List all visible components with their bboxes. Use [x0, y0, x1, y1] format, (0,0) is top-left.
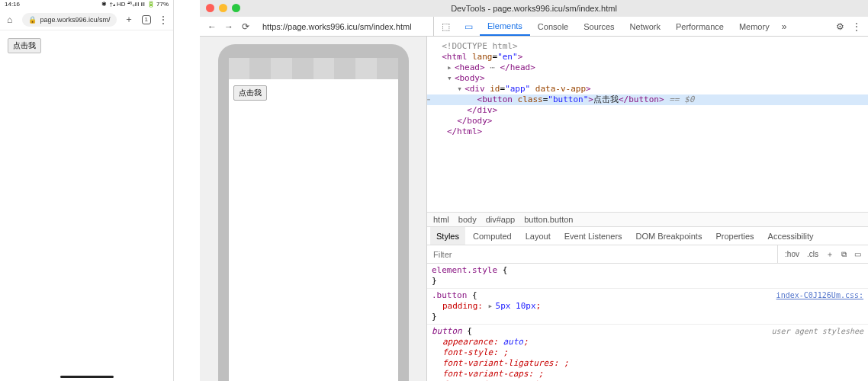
dom-tree[interactable]: <!DOCTYPE html> <html lang="en"> ▸<head>…	[427, 37, 868, 212]
styles-filter-input[interactable]	[427, 245, 777, 263]
tab-performance[interactable]: Performance	[668, 17, 731, 36]
hov-toggle[interactable]: :hov	[783, 250, 802, 258]
breadcrumb[interactable]: html body div#app button.button	[427, 212, 868, 227]
menu-dots-icon[interactable]: ⋮	[159, 14, 169, 25]
lock-icon: 🔒	[28, 16, 37, 24]
cls-toggle[interactable]: .cls	[805, 250, 821, 258]
inspector-panel: <!DOCTYPE html> <html lang="en"> ▸<head>…	[426, 37, 868, 381]
battery-icon: 🔋 77%	[147, 1, 169, 8]
reload-icon[interactable]: ⟳	[240, 21, 252, 32]
device-frame: 点击我	[218, 44, 409, 381]
subtab-accessibility[interactable]: Accessibility	[762, 227, 820, 245]
nav-forward-icon[interactable]: →	[223, 21, 235, 32]
crumb-div-app[interactable]: div#app	[486, 215, 516, 224]
crumb-body[interactable]: body	[458, 215, 477, 224]
signal-icon: †₄ HD ⁴⁶₊ill ill	[109, 1, 144, 8]
tab-console[interactable]: Console	[530, 17, 576, 36]
tabs-overflow-icon[interactable]: »	[777, 21, 792, 32]
devtools-toolbar: ← → ⟳ ⬚ ▭ Elements Console Sources Netwo…	[200, 17, 868, 37]
subtab-styles[interactable]: Styles	[430, 227, 465, 245]
kebab-menu-icon[interactable]: ⋮	[848, 21, 865, 32]
tab-network[interactable]: Network	[622, 17, 668, 36]
phone-addressbar: ⌂ 🔒 page.works996.icu/sm/ ＋ 1 ⋮	[0, 9, 173, 30]
layout-panel-icon[interactable]: ▭	[852, 250, 863, 258]
tab-elements[interactable]: Elements	[480, 17, 530, 36]
settings-icon[interactable]: ⚙	[831, 21, 848, 32]
page-button[interactable]: 点击我	[233, 85, 267, 101]
subtab-properties[interactable]: Properties	[709, 227, 760, 245]
page-button[interactable]: 点击我	[8, 38, 41, 53]
crumb-html[interactable]: html	[433, 215, 449, 224]
subtab-dom-breakpoints[interactable]: DOM Breakpoints	[630, 227, 709, 245]
rule-element-style[interactable]: element.style {}	[427, 264, 868, 289]
computed-panel-icon[interactable]: ⧉	[839, 250, 849, 259]
ua-source: user agent styleshee	[772, 326, 863, 337]
gutter	[174, 0, 200, 381]
styles-subtabs: Styles Computed Layout Event Listeners D…	[427, 227, 868, 245]
window-title: DevTools - page.works996.icu/sm/index.ht…	[451, 4, 617, 13]
tab-memory[interactable]: Memory	[731, 17, 777, 36]
subtab-layout[interactable]: Layout	[519, 227, 557, 245]
zoom-icon[interactable]	[232, 4, 240, 12]
source-link[interactable]: index-C0J126Um.css:	[776, 291, 863, 299]
net-icon: ✱	[101, 1, 107, 8]
device-screen[interactable]: 点击我	[229, 58, 398, 381]
home-indicator[interactable]	[60, 376, 114, 378]
new-rule-icon[interactable]: ＋	[824, 249, 836, 260]
devtools-window: DevTools - page.works996.icu/sm/index.ht…	[200, 0, 868, 381]
crumb-button[interactable]: button.button	[524, 215, 573, 224]
subtab-computed[interactable]: Computed	[467, 227, 518, 245]
rule-button-class[interactable]: index-C0J126Um.css: .button { padding: ▸…	[427, 289, 868, 325]
home-icon[interactable]: ⌂	[5, 14, 14, 25]
phone-statusbar: 14:16 ✱ †₄ HD ⁴⁶₊ill ill 🔋 77%	[0, 0, 173, 9]
url-field[interactable]	[258, 20, 433, 34]
rule-button-ua[interactable]: user agent styleshee button { appearance…	[427, 325, 868, 381]
phone-url-field[interactable]: 🔒 page.works996.icu/sm/	[22, 13, 116, 27]
phone-viewport: 点击我	[0, 30, 173, 381]
styles-filterbar: :hov .cls ＋ ⧉ ▭	[427, 245, 868, 264]
inspect-element-icon[interactable]: ⬚	[434, 17, 457, 36]
window-titlebar: DevTools - page.works996.icu/sm/index.ht…	[200, 0, 868, 17]
tabs-count-icon[interactable]: 1	[142, 15, 151, 24]
subtab-event-listeners[interactable]: Event Listeners	[558, 227, 628, 245]
traffic-lights[interactable]	[206, 4, 240, 12]
close-icon[interactable]	[206, 4, 214, 12]
phone-time: 14:16	[5, 1, 20, 8]
loading-stripes	[229, 58, 398, 79]
responsive-viewport: 点击我	[200, 37, 426, 381]
minimize-icon[interactable]	[219, 4, 227, 12]
dom-selected-node[interactable]: <button class="button">点击我</button> == $…	[427, 94, 868, 105]
phone-url: page.works996.icu/sm/	[40, 16, 110, 24]
new-tab-icon[interactable]: ＋	[124, 13, 134, 26]
nav-back-icon[interactable]: ←	[206, 21, 218, 32]
device-toggle-icon[interactable]: ▭	[457, 17, 480, 36]
devtools-tabs: Elements Console Sources Network Perform…	[480, 17, 831, 36]
phone-preview: 14:16 ✱ †₄ HD ⁴⁶₊ill ill 🔋 77% ⌂ 🔒 page.…	[0, 0, 174, 381]
styles-rules[interactable]: element.style {} index-C0J126Um.css: .bu…	[427, 264, 868, 381]
tab-sources[interactable]: Sources	[576, 17, 622, 36]
